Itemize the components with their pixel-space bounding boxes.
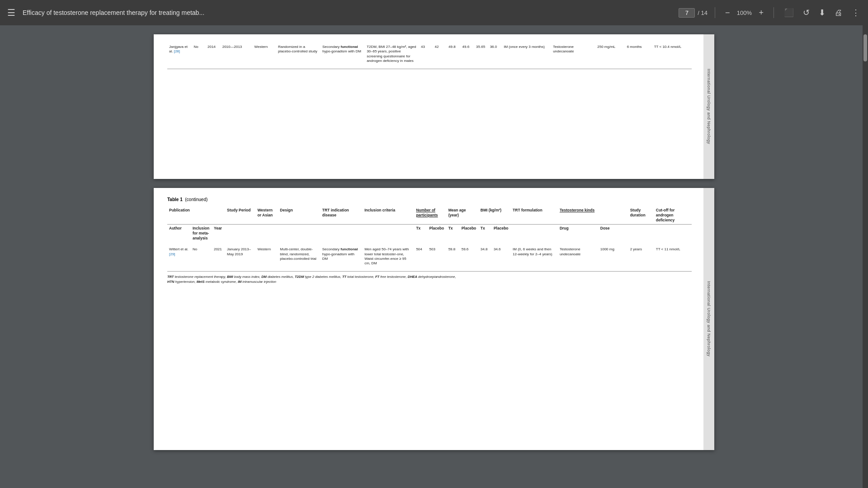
- cell-cutoff: TT < 10.4 nmol/L: [652, 43, 692, 65]
- footnote: TRT testosterone replacement therapy, BM…: [167, 274, 692, 285]
- bottom-divider: [167, 69, 692, 69]
- cell-inc-crit-wittert: Men aged 50–74 years with lower total te…: [363, 246, 414, 267]
- col-bmi: BMI (kg/m²): [479, 206, 511, 225]
- cell-tx-n: 43: [419, 43, 433, 65]
- subcol-placebo-3: Placebo: [492, 225, 511, 243]
- page-number-input[interactable]: [679, 8, 695, 18]
- cell-duration: 6 months: [625, 43, 652, 65]
- col-trt-indication: TRT indication disease: [321, 206, 363, 225]
- col-publication: Publication: [167, 206, 225, 225]
- cell-author-wittert: Wittert et al. [29]: [167, 246, 191, 267]
- page-card-top: International Urology and Nephrology Jan…: [154, 34, 714, 179]
- ref-link-29[interactable]: [29]: [169, 252, 175, 256]
- main-content: International Urology and Nephrology Jan…: [0, 25, 868, 488]
- page-controls: / 14: [679, 8, 708, 18]
- footnote-divider: [167, 271, 692, 272]
- cell-drug: Testosterone undecanoate: [551, 43, 595, 65]
- cell-tx-bmi-wittert: 34.8: [479, 246, 492, 267]
- refresh-button[interactable]: ↺: [800, 6, 812, 19]
- col-inclusion-criteria: Inclusion criteria: [363, 206, 414, 225]
- col-study-period: Study Period: [225, 206, 255, 225]
- cell-year: 2014: [206, 43, 221, 65]
- cell-dose-wittert: 1000 mg: [599, 246, 628, 267]
- right-icons: ⬛ ↺ ⬇ 🖨 ⋮: [781, 6, 863, 19]
- col-design: Design: [278, 206, 320, 225]
- print-button[interactable]: 🖨: [832, 6, 845, 19]
- spacer-row: [167, 242, 692, 246]
- cell-placebo-bmi: 36.0: [488, 43, 502, 65]
- cell-design: Randomized in a placebo-controlled study: [276, 43, 321, 65]
- zoom-decrease-button[interactable]: −: [722, 7, 733, 19]
- subcol-placebo-2: Placebo: [460, 225, 479, 243]
- subcol-tx-2: Tx: [447, 225, 460, 243]
- subcol-dose: Dose: [599, 225, 628, 243]
- side-label-bottom: International Urology and Nephrology: [703, 188, 714, 450]
- cell-dose: 250 mg/mL: [595, 43, 625, 65]
- page-total: / 14: [698, 9, 708, 16]
- col-trt-formulation: TRT formulation: [511, 206, 558, 225]
- zoom-increase-button[interactable]: +: [756, 7, 766, 19]
- cell-author: Janjgava et al. [28]: [167, 43, 192, 65]
- table-title: Table 1 (continued): [167, 197, 692, 202]
- col-mean-age: Mean age (year): [447, 206, 479, 225]
- menu-icon[interactable]: ☰: [5, 5, 17, 20]
- cell-western: Western: [253, 43, 276, 65]
- subcol-tx-3: Tx: [479, 225, 492, 243]
- fullscreen-button[interactable]: ⬛: [781, 6, 797, 19]
- subcol-year: Year: [212, 225, 225, 243]
- cell-period-wittert: January 2013–May 2019: [225, 246, 255, 267]
- download-button[interactable]: ⬇: [816, 6, 828, 19]
- more-options-button[interactable]: ⋮: [849, 6, 863, 19]
- table-row-wittert: Wittert et al. [29] No 2021 January 2013…: [167, 246, 692, 267]
- cell-placebo-bmi-wittert: 34.6: [492, 246, 511, 267]
- col-western-asian: Western or Asian: [256, 206, 278, 225]
- cell-placebo-n: 42: [433, 43, 447, 65]
- document-title: Efficacy of testosterone replacement the…: [23, 9, 673, 16]
- side-label-top: International Urology and Nephrology: [703, 34, 714, 179]
- table-top: Janjgava et al. [28] No 2014 2010—2013 W…: [167, 43, 692, 65]
- divider-2: [774, 7, 774, 18]
- cell-period: 2010—2013: [221, 43, 253, 65]
- subcol-inclusion: Inclusion for meta-analysis: [191, 225, 212, 243]
- cell-year-wittert: 2021: [212, 246, 225, 267]
- cell-trt-indication: Secondary functional hypo-gonadism with …: [321, 43, 365, 65]
- scrollbar-thumb[interactable]: [863, 34, 867, 61]
- cell-tx-age: 49.8: [447, 43, 461, 65]
- cell-inclusion-criteria: T2DM, BMI 27–48 kg/m², aged 30–65 years,…: [365, 43, 419, 65]
- cell-inclusion-wittert: No: [191, 246, 212, 267]
- zoom-controls: − 100% +: [722, 7, 766, 19]
- subcol-drug: Drug: [558, 225, 599, 243]
- subcol-author: Author: [167, 225, 191, 243]
- cell-placebo-age: 49.6: [461, 43, 475, 65]
- zoom-value: 100%: [735, 9, 753, 16]
- cell-tx-n-wittert: 504: [414, 246, 427, 267]
- cell-placebo-n-wittert: 503: [427, 246, 446, 267]
- subcol-tx-1: Tx: [414, 225, 427, 243]
- cell-trt-ind-wittert: Secondary functional hypo-gonadism with …: [321, 246, 363, 267]
- col-study-duration: Study duration: [628, 206, 654, 225]
- table-row: Janjgava et al. [28] No 2014 2010—2013 W…: [167, 43, 692, 65]
- cell-drug-wittert: Testosterone undecanoate: [558, 246, 599, 267]
- cell-trt-form-wittert: IM (0, 6 weeks and then 12-weekly for 2–…: [511, 246, 558, 267]
- divider-1: [715, 7, 715, 18]
- cell-design-wittert: Multi-center, double-blind, randomized, …: [278, 246, 320, 267]
- col-number-participants: Number of participants: [414, 206, 446, 225]
- col-testosterone-kinds: Testosterone kinds: [558, 206, 628, 225]
- cell-duration-wittert: 2 years: [628, 246, 654, 267]
- table-subheader-row: Author Inclusion for meta-analysis Year …: [167, 225, 692, 243]
- col-cutoff: Cut-off for androgen deficiency: [654, 206, 692, 225]
- subcol-placebo-1: Placebo: [427, 225, 446, 243]
- cell-western-wittert: Western: [256, 246, 278, 267]
- table-header-row: Publication Study Period Western or Asia…: [167, 206, 692, 225]
- page-card-bottom: International Urology and Nephrology Tab…: [154, 188, 714, 450]
- table-continued: Publication Study Period Western or Asia…: [167, 206, 692, 267]
- cell-placebo-age-wittert: 59.6: [460, 246, 479, 267]
- cell-tx-age-wittert: 59.8: [447, 246, 460, 267]
- cell-trt-form: IM (once every 3 months): [502, 43, 551, 65]
- cell-inclusion: No: [192, 43, 206, 65]
- ref-link[interactable]: [28]: [174, 49, 180, 53]
- footnote-line2: HTN hypertension, MetS metabolic syndrom…: [167, 280, 276, 284]
- scrollbar[interactable]: [863, 25, 868, 488]
- cell-cutoff-wittert: TT < 11 nmol/L: [654, 246, 692, 267]
- footnote-line1: TRT testosterone replacement therapy, BM…: [167, 275, 456, 279]
